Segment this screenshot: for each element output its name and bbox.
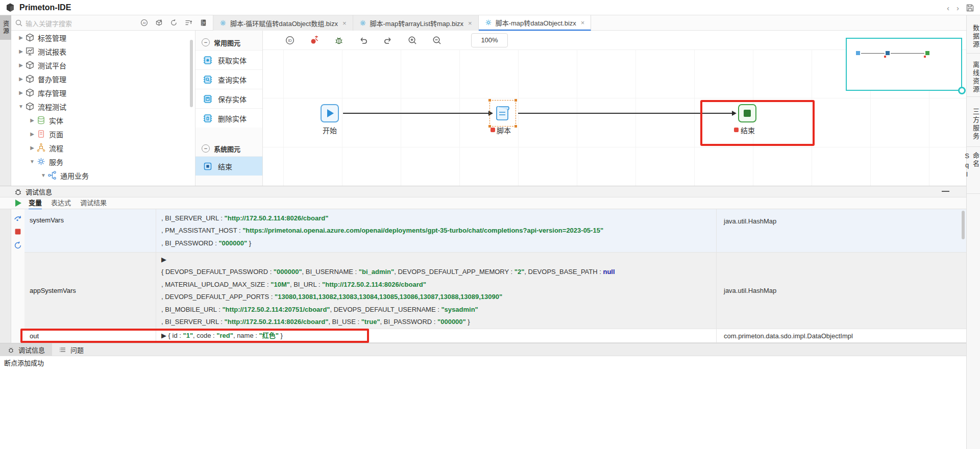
undo-button[interactable] (358, 35, 369, 46)
chevron-down-icon[interactable]: ▼ (40, 172, 47, 178)
id-badge-button[interactable]: ID (284, 35, 296, 46)
svg-text:ID: ID (288, 38, 292, 42)
breakpoint-dot[interactable] (491, 128, 495, 132)
refresh-icon (169, 18, 178, 27)
chevron-down-icon[interactable]: ▼ (17, 104, 24, 109)
flow-canvas[interactable]: ID 100% 开始 脚本 结束 (263, 31, 966, 186)
tree-item-流程[interactable]: ▶流程 (11, 141, 195, 155)
palette-item-查询实体[interactable]: 查询实体 (195, 69, 262, 89)
variable-name: appSystemVars (24, 253, 156, 329)
editor-tab-2[interactable]: 脚本-map转dataObject.bizx× (479, 15, 592, 31)
right-tab-三方服务[interactable]: 三方服务 (967, 97, 980, 147)
palette-section-0[interactable]: −常用图元 (195, 35, 262, 50)
nav-forward-icon[interactable]: › (957, 4, 959, 12)
debug-panel-header[interactable]: 调试信息 (0, 186, 966, 197)
chevron-right-icon[interactable]: ▶ (17, 76, 24, 82)
box-icon (25, 74, 35, 84)
minimap[interactable] (846, 38, 962, 91)
gear-icon (36, 157, 46, 166)
chip-query-icon (203, 74, 213, 85)
flow-node-end[interactable] (738, 104, 756, 122)
tree-item-页面[interactable]: ▶页面 (11, 127, 195, 141)
variable-type: java.util.HashMap (716, 253, 966, 329)
chevron-right-icon[interactable]: ▶ (17, 90, 24, 95)
variable-row-systemVars[interactable]: systemVars{ BI_USERNAME : "bi_admin" , B… (24, 209, 966, 253)
editor-tab-0[interactable]: 脚本-循环赋值转dataObject数组.bizx× (213, 15, 353, 31)
palette-item-label: 删除实体 (218, 113, 247, 123)
tree-item-服务[interactable]: ▼服务 (11, 155, 195, 168)
tree-item-测试平台[interactable]: ▶测试平台 (11, 58, 195, 72)
toolbar-row: 输入关键字搜索 AI文 脚本-循环赋值转dataObject数组.bizx×脚本… (11, 15, 966, 31)
close-icon[interactable]: × (468, 19, 472, 27)
tree-item-测试报表[interactable]: ▶测试报表 (11, 44, 195, 58)
search-input[interactable]: 输入关键字搜索 (11, 15, 139, 31)
debug-minimize-button[interactable] (942, 191, 949, 192)
editor-tab-1[interactable]: 脚本-map转arrayList转map.bizx× (353, 15, 479, 31)
chevron-right-icon[interactable]: ▶ (29, 145, 36, 151)
right-tab-离线资源[interactable]: 离线资源 (967, 54, 980, 97)
tree-item-通用业务[interactable]: ▼通用业务 (11, 168, 195, 182)
palette-item-结束[interactable]: 结束 (195, 156, 262, 176)
tree-item-库存管理[interactable]: ▶库存管理 (11, 86, 195, 99)
resume-icon[interactable] (15, 199, 21, 207)
debug-tab-调试结果[interactable]: 调试结果 (80, 196, 107, 210)
chevron-right-icon[interactable]: ▶ (17, 35, 24, 40)
palette-section-1[interactable]: −系统图元 (195, 141, 262, 156)
chevron-right-icon[interactable]: ▶ (17, 62, 24, 68)
collapse-icon[interactable]: − (202, 144, 210, 153)
table-scrollbar[interactable] (962, 211, 965, 239)
tree-item-流程测试[interactable]: ▼流程测试 (11, 99, 195, 113)
flow-node-start[interactable] (321, 104, 339, 122)
primeton-ide-window: Primeton-IDE ‹ › 资源 输入关键字搜索 AI文 脚本-循环赋值转… (0, 0, 980, 449)
palette-item-label: 获取实体 (218, 55, 247, 65)
chevron-down-icon[interactable]: ▼ (29, 159, 36, 164)
tree-item-标签管理[interactable]: ▶标签管理 (11, 31, 195, 44)
palette-section-label: 系统图元 (214, 144, 240, 154)
chevron-right-icon[interactable]: ▶ (17, 48, 24, 54)
right-tab-数据源[interactable]: 数据源 (967, 15, 980, 54)
save-icon[interactable] (966, 4, 974, 12)
palette-item-保存实体[interactable]: 保存实体 (195, 89, 262, 108)
debug-tab-变量[interactable]: 变量 (29, 196, 42, 210)
debug-bug-button[interactable] (333, 35, 345, 46)
chevron-right-icon[interactable]: ▶ (29, 117, 36, 123)
zoom-out-button[interactable] (431, 35, 443, 46)
variable-row-appSystemVars[interactable]: appSystemVars▶{ DEVOPS_DEFAULT_PASSWORD … (24, 253, 966, 329)
problems-list-icon (59, 346, 67, 354)
status-message: 断点添加成功 (4, 358, 44, 367)
app-title: Primeton-IDE (19, 3, 71, 12)
collapse-icon[interactable]: − (202, 38, 210, 46)
redo-button[interactable] (382, 35, 394, 46)
tree-item-督办管理[interactable]: ▶督办管理 (11, 72, 195, 86)
flow-icon (36, 143, 46, 153)
right-tab-命名Sql[interactable]: 命名Sql (967, 147, 980, 194)
search-placeholder: 输入关键字搜索 (26, 18, 72, 28)
palette-item-获取实体[interactable]: 获取实体 (195, 50, 262, 69)
zoom-in-button[interactable] (407, 35, 418, 46)
box-icon (25, 102, 35, 111)
chevron-right-icon[interactable]: ▶ (29, 131, 36, 137)
close-icon[interactable]: × (342, 19, 347, 27)
breakpoint-dot[interactable] (734, 128, 739, 132)
variable-type: com.primeton.data.sdo.impl.DataObjectImp… (716, 329, 966, 342)
bottom-tab-调试信息[interactable]: 调试信息 (0, 343, 52, 356)
tree-item-实体[interactable]: ▶实体 (11, 113, 195, 127)
flow-edge-start-script[interactable] (343, 113, 490, 114)
palette-item-label: 查询实体 (218, 74, 247, 85)
tree-item-label: 流程 (49, 143, 63, 153)
zoom-level-select[interactable]: 100% (471, 33, 508, 47)
palette-item-删除实体[interactable]: 删除实体 (195, 108, 262, 128)
minimap-resize-handle[interactable] (958, 87, 966, 94)
stop-button[interactable] (13, 227, 22, 236)
notebook-icon: 文 (199, 18, 208, 27)
debug-tab-表达式[interactable]: 表达式 (51, 196, 71, 210)
close-icon[interactable]: × (581, 19, 585, 27)
breakpoint-remove-button[interactable] (309, 35, 320, 46)
flow-node-script[interactable] (493, 104, 512, 123)
bottom-tab-问题[interactable]: 问题 (52, 343, 91, 356)
sidebar-tab-resources[interactable]: 资源 (0, 15, 11, 40)
tree-scrollbar[interactable] (190, 40, 193, 107)
restart-button[interactable] (13, 241, 22, 250)
step-over-button[interactable] (13, 213, 22, 222)
nav-back-icon[interactable]: ‹ (947, 4, 949, 12)
